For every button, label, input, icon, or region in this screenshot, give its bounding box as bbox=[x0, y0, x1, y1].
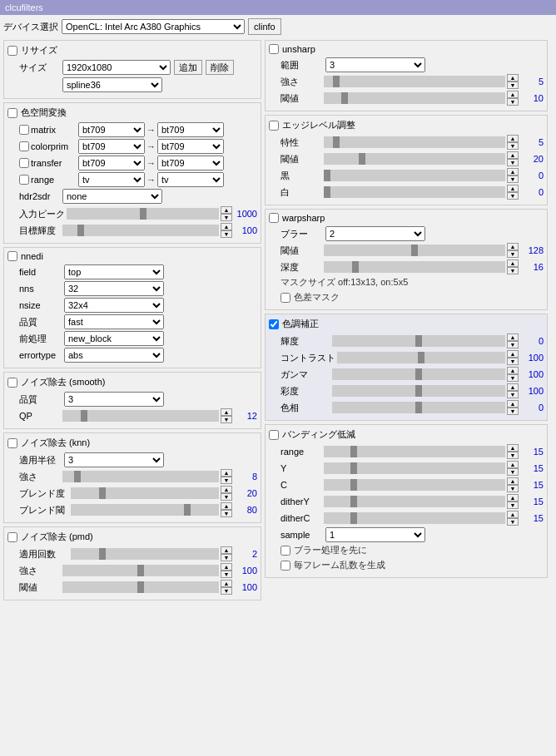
transfer-to-select[interactable]: bt709 bbox=[157, 156, 224, 170]
knn-blend-thresh-down[interactable]: ▼ bbox=[221, 510, 232, 517]
edge-threshold-down[interactable]: ▼ bbox=[507, 159, 519, 166]
unsharp-threshold-up[interactable]: ▲ bbox=[507, 91, 519, 98]
knn-blend-down[interactable]: ▼ bbox=[221, 493, 232, 501]
edge-threshold-up[interactable]: ▲ bbox=[507, 151, 519, 159]
field-select[interactable]: top bbox=[64, 264, 164, 279]
warpsharp-depth-up[interactable]: ▲ bbox=[507, 259, 519, 267]
errortype-select[interactable]: abs bbox=[64, 348, 164, 363]
knn-blend-thresh-slider[interactable] bbox=[71, 504, 219, 516]
warpsharp-threshold-up[interactable]: ▲ bbox=[507, 243, 519, 250]
knn-strength-slider[interactable] bbox=[62, 471, 219, 482]
unsharp-threshold-down[interactable]: ▼ bbox=[507, 98, 519, 106]
nnedi-checkbox[interactable] bbox=[7, 251, 17, 261]
warpsharp-blur-select[interactable]: 2 bbox=[325, 226, 425, 241]
pmd-thresh-slider[interactable] bbox=[62, 581, 219, 593]
device-select[interactable]: OpenCL: Intel Arc A380 Graphics bbox=[62, 19, 245, 34]
edge-level-checkbox[interactable] bbox=[269, 121, 279, 131]
pmd-thresh-up[interactable]: ▲ bbox=[221, 580, 232, 587]
banding-ditherc-down[interactable]: ▼ bbox=[507, 518, 519, 526]
brightness-down[interactable]: ▼ bbox=[507, 341, 519, 348]
brightness-slider[interactable] bbox=[332, 335, 505, 347]
target-lum-slider[interactable] bbox=[62, 225, 219, 236]
colorspace-checkbox[interactable] bbox=[7, 108, 17, 118]
edge-property-slider[interactable] bbox=[324, 136, 505, 148]
blur-first-checkbox[interactable] bbox=[280, 546, 290, 556]
matrix-checkbox[interactable] bbox=[19, 125, 29, 135]
edge-threshold-slider[interactable] bbox=[324, 153, 505, 165]
colorprim-to-select[interactable]: bt709 bbox=[157, 139, 224, 154]
rand-each-frame-checkbox[interactable] bbox=[280, 561, 290, 571]
matrix-from-select[interactable]: bt709 bbox=[78, 122, 145, 137]
hue-up[interactable]: ▲ bbox=[507, 400, 519, 408]
warpsharp-threshold-down[interactable]: ▼ bbox=[507, 250, 519, 258]
brightness-up[interactable]: ▲ bbox=[507, 334, 519, 341]
banding-range-down[interactable]: ▼ bbox=[507, 452, 519, 459]
banding-dithery-down[interactable]: ▼ bbox=[507, 502, 519, 509]
saturation-slider[interactable] bbox=[332, 385, 505, 397]
pmd-times-down[interactable]: ▼ bbox=[221, 554, 232, 561]
smooth-qp-up[interactable]: ▲ bbox=[221, 408, 232, 416]
warpsharp-depth-down[interactable]: ▼ bbox=[507, 267, 519, 274]
edge-black-slider[interactable] bbox=[324, 170, 505, 181]
resize-checkbox[interactable] bbox=[7, 46, 17, 56]
banding-range-slider[interactable] bbox=[324, 446, 505, 457]
gamma-up[interactable]: ▲ bbox=[507, 367, 519, 374]
transfer-checkbox[interactable] bbox=[19, 158, 29, 168]
banding-y-up[interactable]: ▲ bbox=[507, 461, 519, 468]
interp-select[interactable]: spline36 bbox=[62, 77, 162, 92]
banding-sample-select[interactable]: 1 bbox=[325, 527, 425, 542]
saturation-down[interactable]: ▼ bbox=[507, 391, 519, 398]
range-from-select[interactable]: tv bbox=[78, 172, 145, 187]
banding-checkbox[interactable] bbox=[269, 430, 279, 440]
gamma-down[interactable]: ▼ bbox=[507, 374, 519, 382]
chroma-mask-checkbox[interactable] bbox=[280, 293, 290, 303]
pmd-strength-down[interactable]: ▼ bbox=[221, 571, 232, 578]
banding-c-up[interactable]: ▲ bbox=[507, 477, 519, 485]
knn-strength-down[interactable]: ▼ bbox=[221, 477, 232, 484]
banding-y-slider[interactable] bbox=[324, 462, 505, 474]
clinfo-button[interactable]: clinfo bbox=[248, 18, 281, 35]
unsharp-threshold-slider[interactable] bbox=[324, 92, 505, 104]
add-size-button[interactable]: 追加 bbox=[174, 60, 202, 75]
banding-dithery-slider[interactable] bbox=[324, 496, 505, 507]
smooth-qp-down[interactable]: ▼ bbox=[221, 416, 232, 423]
hue-down[interactable]: ▼ bbox=[507, 408, 519, 415]
banding-ditherc-slider[interactable] bbox=[324, 512, 505, 524]
unsharp-strength-up[interactable]: ▲ bbox=[507, 74, 519, 82]
banding-ditherc-up[interactable]: ▲ bbox=[507, 511, 519, 518]
unsharp-strength-slider[interactable] bbox=[324, 76, 505, 87]
nsize-select[interactable]: 32x4 bbox=[64, 298, 164, 313]
range-checkbox[interactable] bbox=[19, 175, 29, 185]
unsharp-checkbox[interactable] bbox=[269, 44, 279, 54]
hdr2sdr-select[interactable]: none bbox=[62, 189, 162, 204]
contrast-slider[interactable] bbox=[337, 352, 505, 363]
hue-slider[interactable] bbox=[332, 402, 505, 413]
input-peak-slider[interactable] bbox=[67, 208, 219, 220]
knn-strength-up[interactable]: ▲ bbox=[221, 469, 232, 477]
banding-c-down[interactable]: ▼ bbox=[507, 485, 519, 492]
transfer-from-select[interactable]: bt709 bbox=[78, 156, 145, 170]
matrix-to-select[interactable]: bt709 bbox=[157, 122, 224, 137]
banding-y-down[interactable]: ▼ bbox=[507, 468, 519, 476]
pmd-times-slider[interactable] bbox=[71, 548, 219, 560]
noise-knn-checkbox[interactable] bbox=[7, 438, 17, 448]
contrast-up[interactable]: ▲ bbox=[507, 350, 519, 358]
edge-white-down[interactable]: ▼ bbox=[507, 192, 519, 200]
edge-white-slider[interactable] bbox=[324, 186, 505, 198]
size-select[interactable]: 1920x1080 bbox=[62, 60, 171, 75]
colorprim-checkbox[interactable] bbox=[19, 141, 29, 151]
warpsharp-threshold-slider[interactable] bbox=[324, 245, 505, 256]
edge-black-down[interactable]: ▼ bbox=[507, 175, 519, 183]
gamma-slider[interactable] bbox=[332, 368, 505, 380]
pmd-thresh-down[interactable]: ▼ bbox=[221, 587, 232, 595]
noise-pmd-checkbox[interactable] bbox=[7, 532, 17, 542]
saturation-up[interactable]: ▲ bbox=[507, 383, 519, 391]
warpsharp-checkbox[interactable] bbox=[269, 213, 279, 223]
knn-blend-up[interactable]: ▲ bbox=[221, 486, 232, 493]
smooth-qp-slider[interactable] bbox=[62, 410, 219, 422]
input-peak-down[interactable]: ▼ bbox=[221, 214, 232, 221]
banding-c-slider[interactable] bbox=[324, 479, 505, 491]
nns-select[interactable]: 32 bbox=[64, 281, 164, 296]
del-size-button[interactable]: 削除 bbox=[206, 60, 234, 75]
color-correction-checkbox[interactable] bbox=[269, 319, 279, 329]
